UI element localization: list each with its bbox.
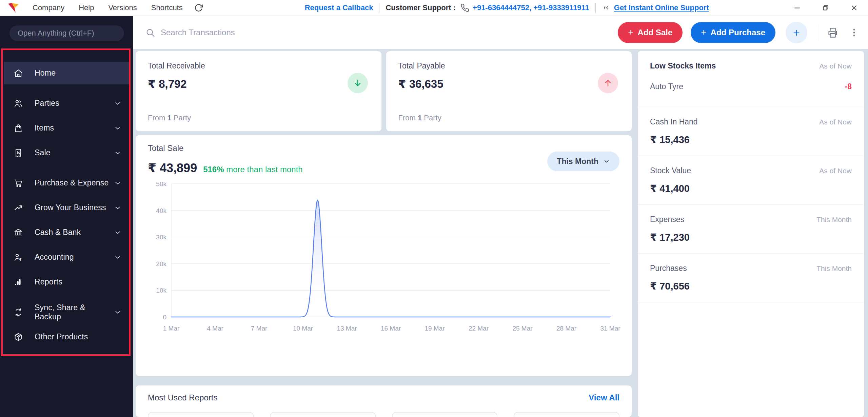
sidebar-item-label: Grow Your Business bbox=[35, 203, 106, 212]
sidebar-item-home[interactable]: Home bbox=[4, 62, 129, 84]
accounting-icon: ₹ bbox=[14, 253, 23, 262]
print-button[interactable] bbox=[827, 26, 839, 39]
view-all-link[interactable]: View All bbox=[589, 393, 619, 402]
sidebar-item-label: Parties bbox=[35, 99, 59, 108]
arrow-up-icon bbox=[603, 78, 613, 88]
section-title: Stock Value bbox=[650, 166, 691, 175]
svg-text:40k: 40k bbox=[156, 207, 166, 214]
chevron-down-icon bbox=[603, 158, 610, 165]
svg-text:20k: 20k bbox=[156, 260, 166, 267]
open-anything-search-input[interactable] bbox=[9, 25, 124, 41]
most-used-reports-card: Most Used Reports View All bbox=[136, 385, 632, 417]
sidebar: Home Parties Items Sale Purchase & Expen… bbox=[0, 16, 133, 417]
sidebar-item-other-products[interactable]: Other Products bbox=[4, 325, 129, 348]
right-stats-panel: Low Stocks Items As of Now Auto Tyre -8 … bbox=[638, 51, 864, 417]
window-minimize-button[interactable] bbox=[793, 3, 802, 12]
divider bbox=[817, 25, 817, 40]
sidebar-item-label: Purchase & Expense bbox=[35, 178, 108, 187]
sidebar-item-grow-your-business[interactable]: Grow Your Business bbox=[4, 196, 129, 219]
section-stock-value[interactable]: Stock Value As of Now ₹ 41,400 bbox=[638, 156, 864, 205]
report-shortcuts-row bbox=[148, 412, 619, 417]
titlebar-menu-help[interactable]: Help bbox=[79, 3, 94, 12]
chevron-down-icon bbox=[114, 229, 121, 236]
sidebar-item-reports[interactable]: Reports bbox=[4, 271, 129, 293]
svg-text:0: 0 bbox=[163, 314, 166, 321]
search-icon bbox=[145, 27, 155, 38]
phone-icon bbox=[460, 3, 469, 12]
items-icon bbox=[14, 123, 23, 133]
growth-icon bbox=[14, 203, 23, 213]
most-used-reports-title: Most Used Reports bbox=[148, 393, 217, 402]
report-shortcut-card[interactable] bbox=[148, 412, 254, 417]
vyapar-logo-icon bbox=[7, 2, 20, 14]
sidebar-item-items[interactable]: Items bbox=[4, 117, 129, 139]
more-options-kebab-button[interactable] bbox=[849, 27, 859, 38]
summary-card-label: Total Payable bbox=[398, 61, 620, 71]
window-restore-button[interactable] bbox=[821, 3, 830, 12]
titlebar-menu: CompanyHelpVersionsShortcuts bbox=[33, 3, 183, 12]
section-value: ₹ 41,400 bbox=[650, 183, 852, 194]
titlebar-menu-company[interactable]: Company bbox=[33, 3, 64, 12]
sidebar-item-sale[interactable]: Sale bbox=[4, 141, 129, 164]
svg-text:13 Mar: 13 Mar bbox=[337, 325, 357, 332]
window-close-button[interactable] bbox=[850, 3, 859, 12]
dashboard-content: Total Receivable ₹ 8,792 From 1 Party To… bbox=[133, 49, 868, 417]
refresh-icon[interactable] bbox=[194, 3, 203, 12]
online-support-icon bbox=[602, 3, 611, 12]
section-purchases[interactable]: Purchases This Month ₹ 70,656 bbox=[638, 254, 864, 302]
chevron-down-icon bbox=[114, 204, 121, 212]
section-title: Purchases bbox=[650, 264, 687, 273]
svg-text:31 Mar: 31 Mar bbox=[600, 325, 620, 332]
add-sale-button[interactable]: + Add Sale bbox=[618, 22, 683, 43]
sidebar-item-parties[interactable]: Parties bbox=[4, 92, 129, 115]
titlebar-menu-shortcuts[interactable]: Shortcuts bbox=[151, 3, 183, 12]
sidebar-item-label: Items bbox=[35, 123, 54, 133]
sidebar-item-accounting[interactable]: ₹ Accounting bbox=[4, 246, 129, 269]
plus-icon: + bbox=[628, 27, 633, 37]
section-low-stocks[interactable]: Low Stocks Items As of Now Auto Tyre -8 bbox=[638, 51, 864, 107]
summary-cards-row: Total Receivable ₹ 8,792 From 1 Party To… bbox=[136, 51, 632, 131]
sidebar-item-label: Cash & Bank bbox=[35, 228, 81, 237]
add-purchase-button[interactable]: + Add Purchase bbox=[691, 22, 775, 43]
svg-text:25 Mar: 25 Mar bbox=[512, 325, 533, 332]
total-receivable-card[interactable]: Total Receivable ₹ 8,792 From 1 Party bbox=[136, 51, 381, 131]
from-prefix: From bbox=[398, 114, 416, 122]
chevron-down-icon bbox=[114, 100, 121, 107]
request-callback-link[interactable]: Request a Callback bbox=[305, 3, 373, 12]
support-phone-numbers[interactable]: +91-6364444752, +91-9333911911 bbox=[473, 3, 589, 12]
chevron-down-icon bbox=[114, 179, 121, 187]
plus-icon: + bbox=[701, 27, 706, 37]
svg-text:30k: 30k bbox=[156, 234, 166, 241]
sidebar-item-cash-bank[interactable]: Cash & Bank bbox=[4, 221, 129, 244]
sidebar-item-label: Reports bbox=[35, 277, 62, 286]
quick-add-button[interactable]: + bbox=[786, 22, 807, 43]
total-sale-delta: 516% more than last month bbox=[203, 165, 303, 174]
report-shortcut-card[interactable] bbox=[270, 412, 376, 417]
section-cash-in-hand[interactable]: Cash In Hand As of Now ₹ 15,436 bbox=[638, 107, 864, 156]
summary-card-subtext: From 1 Party bbox=[398, 114, 620, 122]
sidebar-item-label: Home bbox=[35, 68, 56, 78]
chevron-down-icon bbox=[114, 124, 121, 132]
item-quantity: -8 bbox=[845, 82, 852, 91]
total-sale-value: ₹ 43,899 bbox=[148, 161, 197, 175]
online-support-link[interactable]: Get Instant Online Support bbox=[614, 3, 709, 12]
parties-icon bbox=[14, 99, 23, 108]
search-transactions-input[interactable] bbox=[161, 28, 364, 37]
total-payable-card[interactable]: Total Payable ₹ 36,635 From 1 Party bbox=[386, 51, 632, 131]
home-icon bbox=[14, 68, 23, 78]
from-suffix: Party bbox=[424, 114, 441, 122]
period-selector-dropdown[interactable]: This Month bbox=[547, 152, 619, 171]
low-stock-item-row: Auto Tyre -8 bbox=[650, 82, 852, 91]
sidebar-item-label: Sale bbox=[35, 148, 51, 157]
sidebar-item-sync-share-backup[interactable]: Sync, Share & Backup bbox=[4, 301, 129, 323]
titlebar-menu-versions[interactable]: Versions bbox=[108, 3, 137, 12]
svg-text:10k: 10k bbox=[156, 287, 166, 294]
section-period-badge: This Month bbox=[816, 216, 852, 224]
report-shortcut-card[interactable] bbox=[514, 412, 619, 417]
chevron-down-icon bbox=[114, 309, 121, 316]
section-period-badge: As of Now bbox=[819, 118, 852, 126]
sidebar-nav: Home Parties Items Sale Purchase & Expen… bbox=[0, 41, 133, 348]
sidebar-item-purchase-expense[interactable]: Purchase & Expense bbox=[4, 172, 129, 194]
report-shortcut-card[interactable] bbox=[392, 412, 498, 417]
section-expenses[interactable]: Expenses This Month ₹ 17,230 bbox=[638, 205, 864, 254]
